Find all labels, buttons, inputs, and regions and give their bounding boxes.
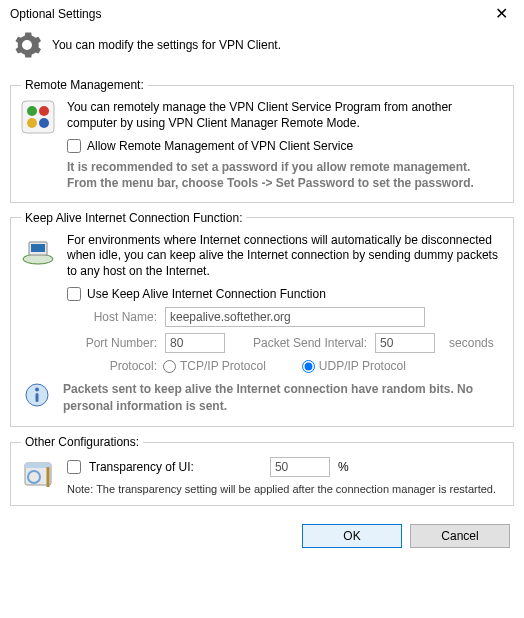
tcp-radio-label: TCP/IP Protocol xyxy=(180,359,266,373)
svg-point-10 xyxy=(35,388,39,392)
svg-rect-7 xyxy=(31,244,45,252)
keepalive-info: Packets sent to keep alive the Internet … xyxy=(63,381,503,413)
remote-icon xyxy=(21,100,57,192)
info-icon xyxy=(21,381,53,416)
window-title: Optional Settings xyxy=(10,7,101,21)
interval-input[interactable] xyxy=(375,333,435,353)
tcp-radio[interactable] xyxy=(163,360,176,373)
host-label: Host Name: xyxy=(67,310,157,324)
remote-legend: Remote Management: xyxy=(21,78,148,92)
other-legend: Other Configurations: xyxy=(21,435,143,449)
udp-radio[interactable] xyxy=(302,360,315,373)
svg-point-3 xyxy=(27,118,37,128)
port-input[interactable] xyxy=(165,333,225,353)
ok-button[interactable]: OK xyxy=(302,524,402,548)
transparency-unit: % xyxy=(338,460,349,474)
keepalive-legend: Keep Alive Internet Connection Function: xyxy=(21,211,246,225)
svg-point-4 xyxy=(39,118,49,128)
close-icon[interactable]: ✕ xyxy=(489,6,514,22)
cancel-button[interactable]: Cancel xyxy=(410,524,510,548)
allow-remote-label: Allow Remote Management of VPN Client Se… xyxy=(87,139,353,153)
protocol-label: Protocol: xyxy=(67,359,157,373)
svg-point-1 xyxy=(27,106,37,116)
keepalive-group: Keep Alive Internet Connection Function:… xyxy=(10,211,514,428)
interval-unit: seconds xyxy=(449,336,494,350)
other-config-group: Other Configurations: Transparency of UI… xyxy=(10,435,514,506)
allow-remote-checkbox[interactable] xyxy=(67,139,81,153)
host-input[interactable] xyxy=(165,307,425,327)
transparency-checkbox[interactable] xyxy=(67,460,81,474)
remote-desc: You can remotely manage the VPN Client S… xyxy=(67,100,503,131)
gear-icon xyxy=(12,30,42,60)
transparency-label: Transparency of UI: xyxy=(89,460,194,474)
udp-radio-label: UDP/IP Protocol xyxy=(319,359,406,373)
keepalive-desc: For environments where Internet connecti… xyxy=(67,233,503,280)
svg-rect-0 xyxy=(22,101,54,133)
remote-management-group: Remote Management: You can remotely mana… xyxy=(10,78,514,203)
svg-point-2 xyxy=(39,106,49,116)
port-label: Port Number: xyxy=(67,336,157,350)
use-keepalive-label: Use Keep Alive Internet Connection Funct… xyxy=(87,287,326,301)
interval-label: Packet Send Interval: xyxy=(253,336,367,350)
header-text: You can modify the settings for VPN Clie… xyxy=(52,38,281,52)
transparency-input[interactable] xyxy=(270,457,330,477)
remote-hint: It is recommended to set a password if y… xyxy=(67,159,503,191)
use-keepalive-checkbox[interactable] xyxy=(67,287,81,301)
transparency-note: Note: The transparency setting will be a… xyxy=(67,483,503,495)
svg-rect-9 xyxy=(36,393,39,402)
config-icon xyxy=(21,457,57,495)
